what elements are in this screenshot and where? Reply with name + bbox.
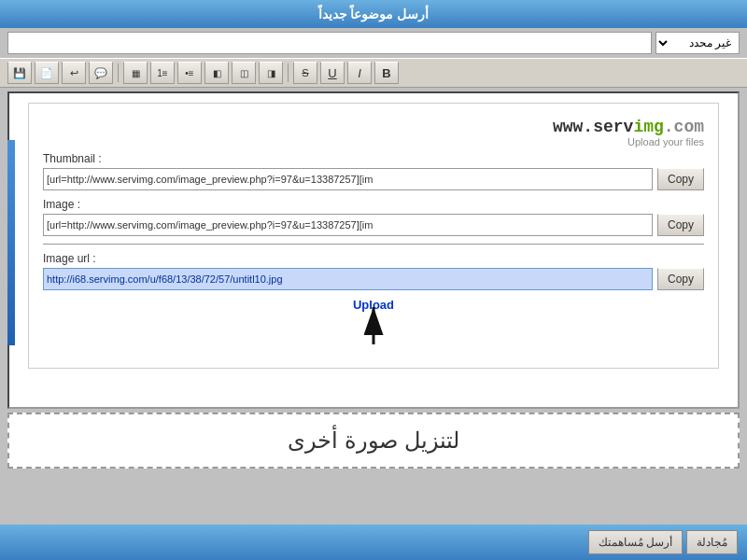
list-unordered-btn[interactable]: •≡ bbox=[177, 62, 202, 84]
servimg-header: www.servimg.com Upload your files bbox=[43, 118, 704, 147]
header-bar: أرسل موضوعاً جديداً bbox=[0, 0, 747, 28]
chat-btn[interactable]: 💬 bbox=[89, 62, 113, 84]
toolbar-separator-2 bbox=[288, 63, 289, 82]
undo-btn[interactable]: ↩ bbox=[62, 62, 86, 84]
logo-serv: serv bbox=[593, 118, 633, 136]
table-btn[interactable]: ▦ bbox=[123, 62, 148, 84]
servimg-subtitle: Upload your files bbox=[43, 136, 704, 147]
subject-row: غير محدد bbox=[7, 32, 740, 54]
image-url-input[interactable] bbox=[43, 268, 653, 290]
italic-btn[interactable]: I bbox=[347, 62, 372, 84]
image-input[interactable] bbox=[43, 214, 653, 236]
image-url-label: Image url : bbox=[43, 252, 704, 265]
thumbnail-input[interactable] bbox=[43, 168, 653, 190]
thumbnail-row: Copy bbox=[43, 168, 704, 190]
subject-dropdown[interactable]: غير محدد bbox=[655, 32, 740, 54]
panel-divider bbox=[43, 244, 704, 245]
page-title: أرسل موضوعاً جديداً bbox=[318, 7, 430, 21]
arrow-area bbox=[43, 307, 704, 354]
arabic-note-text: لتنزيل صورة أخرى bbox=[288, 427, 458, 454]
align-right-btn[interactable]: ◨ bbox=[259, 62, 283, 84]
image-url-group: Image url : Copy bbox=[43, 252, 704, 290]
upload-arrow bbox=[345, 298, 402, 349]
list-ordered-btn[interactable]: 1≡ bbox=[150, 62, 175, 84]
logo-www: www. bbox=[553, 118, 593, 136]
editor-frame: www.servimg.com Upload your files Thumbn… bbox=[7, 91, 740, 409]
image-label: Image : bbox=[43, 198, 704, 211]
editor-toolbar: 💾 📄 ↩ 💬 ▦ 1≡ •≡ ◧ ◫ ◨ S U I B bbox=[0, 58, 747, 88]
image-url-row: Copy bbox=[43, 268, 704, 290]
bottom-btn-2[interactable]: أرسل مُساهمتك bbox=[588, 530, 683, 554]
image-group: Image : Copy bbox=[43, 198, 704, 236]
image-copy-button[interactable]: Copy bbox=[657, 214, 704, 236]
bold-btn[interactable]: B bbox=[374, 62, 399, 84]
thumbnail-copy-button[interactable]: Copy bbox=[657, 168, 704, 190]
left-accent-bar bbox=[7, 140, 15, 345]
image-row: Copy bbox=[43, 214, 704, 236]
logo-img: img bbox=[633, 118, 663, 136]
copy-doc-btn[interactable]: 📄 bbox=[35, 62, 59, 84]
arabic-note-box: لتنزيل صورة أخرى bbox=[7, 413, 740, 469]
save-btn[interactable]: 💾 bbox=[7, 62, 32, 84]
servimg-logo: www.servimg.com bbox=[553, 118, 704, 136]
toolbar-separator-1 bbox=[118, 63, 119, 82]
thumbnail-label: Thumbnail : bbox=[43, 152, 704, 165]
subject-input[interactable] bbox=[7, 32, 652, 54]
bottom-btn-1[interactable]: مُجادلة bbox=[686, 530, 738, 554]
bottom-bar: مُجادلة أرسل مُساهمتك bbox=[0, 525, 747, 560]
align-center-btn[interactable]: ◫ bbox=[232, 62, 256, 84]
underline-btn[interactable]: U bbox=[320, 62, 345, 84]
servimg-panel: www.servimg.com Upload your files Thumbn… bbox=[28, 103, 719, 369]
logo-com: .com bbox=[664, 118, 704, 136]
strikethrough-btn[interactable]: S bbox=[293, 62, 317, 84]
image-url-copy-button[interactable]: Copy bbox=[657, 268, 704, 290]
thumbnail-group: Thumbnail : Copy bbox=[43, 152, 704, 190]
align-left-btn[interactable]: ◧ bbox=[204, 62, 229, 84]
